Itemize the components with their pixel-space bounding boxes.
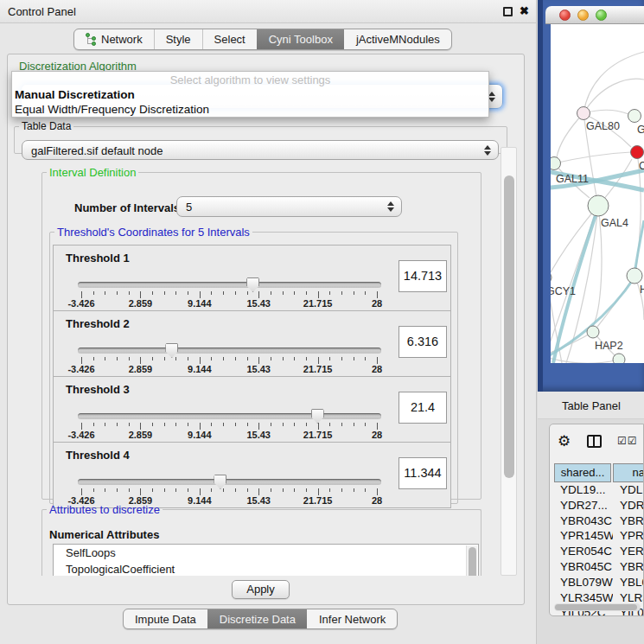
column-header-name[interactable]: na bbox=[613, 463, 644, 482]
close-panel-icon[interactable]: ✖ bbox=[520, 4, 529, 17]
threshold-slider[interactable] bbox=[78, 413, 381, 419]
threshold-value-field[interactable]: 11.344 bbox=[399, 457, 447, 489]
network-window-titlebar[interactable] bbox=[545, 6, 644, 24]
node-label: GA bbox=[637, 124, 644, 136]
tab-cyni-toolbox[interactable]: Cyni Toolbox bbox=[257, 29, 344, 49]
network-node-gal4[interactable] bbox=[588, 195, 609, 216]
minimize-light-icon[interactable] bbox=[577, 10, 589, 21]
slider-thumb[interactable] bbox=[214, 475, 226, 489]
threshold-value-field[interactable]: 21.4 bbox=[399, 392, 447, 424]
network-node-hap2[interactable] bbox=[587, 326, 599, 338]
slider-ticks bbox=[81, 291, 377, 298]
network-edge[interactable] bbox=[557, 113, 583, 157]
node-label: GAL4 bbox=[601, 217, 628, 229]
dropdown-option-manual-discretization[interactable]: Manual Discretization bbox=[12, 87, 488, 102]
tab-infer-network[interactable]: Infer Network bbox=[307, 609, 397, 628]
float-window-icon[interactable] bbox=[503, 7, 513, 16]
network-edge[interactable] bbox=[566, 206, 598, 363]
tab-network[interactable]: Network bbox=[74, 29, 154, 49]
algorithm-dropdown-popup: Select algorithm to view settings Manual… bbox=[11, 71, 489, 118]
network-edge[interactable] bbox=[583, 52, 644, 113]
slider-tick-labels: -3.4262.8599.14415.4321.71528 bbox=[81, 364, 377, 374]
tab-style[interactable]: Style bbox=[154, 29, 202, 49]
table-data-combobox[interactable]: galFiltered.sif default node bbox=[22, 140, 499, 160]
slider-thumb[interactable] bbox=[311, 409, 324, 424]
panel-vertical-scrollbar[interactable] bbox=[501, 147, 517, 576]
dropdown-placeholder: Select algorithm to view settings bbox=[12, 72, 488, 87]
split-columns-icon[interactable] bbox=[587, 435, 602, 448]
threshold-slider[interactable] bbox=[78, 348, 381, 354]
tab-jactivemnodules[interactable]: jActiveMNodules bbox=[344, 29, 451, 49]
threshold-value-field[interactable]: 6.316 bbox=[399, 326, 447, 358]
table-row[interactable]: YBR043CYBR0 bbox=[554, 514, 644, 530]
control-panel-title: Control Panel bbox=[8, 5, 76, 18]
network-view-window[interactable]: GAL80GACGAL11GAL4GCY1HHAP2 bbox=[538, 0, 644, 392]
table-row[interactable]: YBR045CYBR0 bbox=[554, 560, 644, 576]
threshold-slider[interactable] bbox=[78, 282, 381, 288]
threshold-row-2: Threshold 2-3.4262.8599.14415.4321.71528… bbox=[53, 310, 451, 377]
zoom-light-icon[interactable] bbox=[596, 10, 607, 21]
table-panel: ⚙ ☑☑ shared... na YDL19...YDL1YDR27...YD… bbox=[549, 424, 644, 616]
network-node-c[interactable] bbox=[631, 146, 644, 159]
checked-checkbox-icon[interactable]: ☑☑ bbox=[617, 435, 638, 447]
slider-tick-labels: -3.4262.8599.14415.4321.71528 bbox=[81, 430, 377, 440]
slider-ticks bbox=[81, 357, 377, 364]
node-label: C bbox=[639, 160, 644, 172]
network-node-gcy1[interactable] bbox=[551, 271, 552, 284]
table-horizontal-scrollbar[interactable] bbox=[554, 603, 641, 611]
threshold-row-3: Threshold 3-3.4262.8599.14415.4321.71528… bbox=[53, 376, 451, 443]
tab-discretize-data[interactable]: Discretize Data bbox=[207, 609, 307, 628]
slider-ticks bbox=[81, 488, 377, 495]
gear-icon[interactable]: ⚙ bbox=[558, 432, 571, 450]
table-row[interactable]: YDR27...YDR2 bbox=[554, 499, 644, 514]
threshold-label: Threshold 3 bbox=[66, 383, 130, 396]
threshold-value-field[interactable]: 14.713 bbox=[399, 260, 447, 292]
attribute-item[interactable]: SelfLoops bbox=[54, 545, 478, 561]
num-intervals-combobox[interactable]: 5 bbox=[176, 196, 402, 217]
table-data-group-title: Table Data bbox=[19, 120, 73, 132]
table-row[interactable]: YDL19...YDL1 bbox=[554, 483, 644, 499]
slider-thumb[interactable] bbox=[246, 277, 259, 292]
threshold-slider[interactable] bbox=[78, 479, 381, 485]
table-body: YDL19...YDL1YDR27...YDR2YBR043CYBR0YPR14… bbox=[554, 483, 644, 616]
network-edge[interactable] bbox=[554, 152, 631, 163]
table-data-group: Table Data galFiltered.sif default node bbox=[14, 120, 507, 154]
scrollbar-thumb[interactable] bbox=[504, 175, 514, 478]
attributes-list-scrollbar[interactable] bbox=[466, 545, 477, 576]
combo-arrows-icon bbox=[387, 201, 394, 212]
close-light-icon[interactable] bbox=[559, 10, 571, 21]
node-label: GCY1 bbox=[551, 285, 576, 297]
network-canvas[interactable]: GAL80GACGAL11GAL4GCY1HHAP2 bbox=[551, 24, 644, 363]
apply-button[interactable]: Apply bbox=[232, 580, 290, 599]
thresholds-group-title: Threshold's Coordinates for 5 Intervals bbox=[54, 226, 252, 239]
table-row[interactable]: YPR145WYPR1 bbox=[554, 529, 644, 545]
table-panel-title: Table Panel bbox=[562, 399, 621, 412]
column-header-shared-name[interactable]: shared... bbox=[554, 463, 611, 482]
network-node[interactable] bbox=[613, 354, 625, 363]
tab-impute-data[interactable]: Impute Data bbox=[124, 609, 207, 628]
network-node-h[interactable] bbox=[627, 268, 642, 284]
threshold-label: Threshold 1 bbox=[66, 252, 130, 265]
attributes-group-title: Attributes to discretize bbox=[47, 503, 163, 516]
scrollbar-thumb[interactable] bbox=[555, 604, 637, 610]
tab-select[interactable]: Select bbox=[202, 29, 257, 49]
table-row[interactable]: YBL079WYBL0 bbox=[554, 576, 644, 591]
network-icon bbox=[86, 33, 97, 46]
table-row[interactable]: YER054CYER0 bbox=[554, 545, 644, 560]
settings-scroll-viewport: Interval Definition Number of Intervals … bbox=[14, 161, 500, 576]
threshold-row-4: Threshold 4-3.4262.8599.14415.4321.71528… bbox=[53, 442, 451, 508]
node-label: GAL11 bbox=[556, 173, 589, 185]
attribute-item[interactable]: TopologicalCoefficient bbox=[54, 561, 478, 576]
dropdown-option-equal-width-frequency-discretization[interactable]: Equal Width/Frequency Discretization bbox=[12, 102, 488, 117]
control-panel-tabstrip: NetworkStyleSelectCyni ToolboxjActiveMNo… bbox=[73, 29, 452, 50]
network-edge[interactable] bbox=[583, 79, 644, 113]
network-edge[interactable] bbox=[551, 206, 598, 272]
network-node-ga[interactable] bbox=[628, 110, 641, 123]
slider-thumb[interactable] bbox=[165, 343, 178, 358]
network-node-gal11[interactable] bbox=[551, 157, 561, 170]
combo-arrows-icon bbox=[484, 145, 491, 156]
node-label: H bbox=[640, 284, 644, 296]
network-edge-highlighted[interactable] bbox=[634, 220, 644, 274]
node-label: HAP2 bbox=[595, 340, 623, 352]
network-node-gal80[interactable] bbox=[577, 107, 590, 120]
